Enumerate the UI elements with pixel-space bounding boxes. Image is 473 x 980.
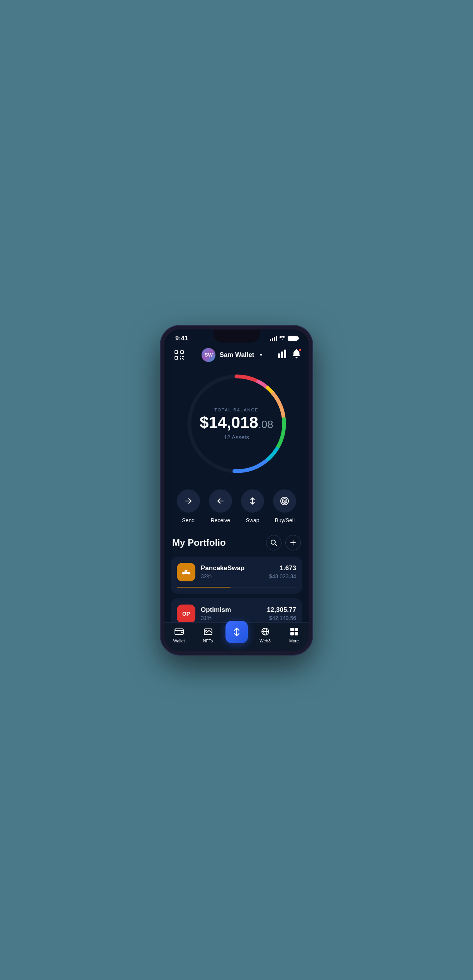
nav-wallet[interactable]: Wallet (168, 627, 191, 643)
battery-icon (288, 336, 298, 341)
pancakeswap-fill (177, 587, 231, 588)
nav-more[interactable]: More (283, 627, 306, 643)
wallet-icon (174, 627, 184, 637)
notification-dot (298, 348, 302, 352)
pancakeswap-track (177, 587, 296, 588)
optimism-usd: $42,149.56 (267, 615, 296, 621)
signal-bar-3 (274, 337, 275, 341)
balance-amount: $14,018.08 (200, 414, 273, 430)
balance-whole: $14,018 (200, 413, 258, 431)
optimism-info: Optimism 31% (201, 606, 261, 621)
wifi-icon (279, 335, 285, 341)
balance-label: TOTAL BALANCE (200, 407, 273, 412)
nav-nfts-label: NFTs (203, 639, 213, 643)
portfolio-actions (266, 535, 301, 550)
swap-button[interactable]: Swap (241, 489, 264, 523)
svg-rect-0 (175, 351, 178, 353)
swap-label: Swap (246, 517, 259, 523)
optimism-percent: 31% (201, 615, 261, 621)
receive-label: Receive (211, 517, 231, 523)
balance-decimal: .08 (258, 418, 273, 430)
svg-rect-2 (175, 357, 178, 359)
svg-line-6 (182, 358, 183, 359)
svg-point-30 (187, 572, 190, 574)
svg-rect-9 (284, 350, 286, 358)
asset-row-pancakeswap: PancakeSwap 32% 1.673 $43,023.34 (177, 563, 296, 581)
optimism-amount: 12,305.77 (267, 606, 296, 614)
optimism-name: Optimism (201, 606, 261, 614)
pancakeswap-amount: 1.673 (269, 564, 296, 572)
portfolio-title: My Portfolio (172, 537, 226, 548)
buysell-icon-circle: $ (273, 489, 296, 513)
notification-bell-icon[interactable] (292, 349, 301, 360)
status-icons (270, 335, 298, 341)
chart-icon[interactable] (278, 350, 287, 360)
action-buttons: Send Receive (164, 486, 309, 535)
send-button[interactable]: Send (177, 489, 200, 523)
donut-center: TOTAL BALANCE $14,018.08 12 Assets (200, 407, 273, 440)
nfts-icon (203, 627, 213, 637)
receive-button[interactable]: Receive (209, 489, 232, 523)
send-icon-circle (177, 489, 200, 513)
wallet-selector[interactable]: SW Sam Wallet ▾ (202, 348, 262, 362)
pancakeswap-usd: $43,023.34 (269, 573, 296, 579)
main-content[interactable]: SW Sam Wallet ▾ (164, 342, 309, 651)
svg-rect-43 (290, 632, 294, 635)
svg-rect-42 (295, 628, 298, 631)
svg-point-29 (182, 572, 185, 574)
asset-row-optimism: OP Optimism 31% 12,305.77 $42,149.56 (177, 605, 296, 623)
portfolio-section: My Portfolio (164, 535, 309, 629)
web3-icon (260, 627, 270, 637)
svg-rect-34 (181, 632, 183, 633)
pancakeswap-percent: 32% (201, 573, 264, 579)
avatar: SW (202, 348, 215, 362)
portfolio-header: My Portfolio (171, 535, 302, 550)
svg-point-31 (185, 571, 186, 572)
svg-rect-1 (181, 351, 183, 353)
nav-center-swap-button[interactable] (225, 621, 248, 643)
nav-web3-label: Web3 (259, 639, 271, 643)
pancakeswap-logo (177, 563, 195, 581)
svg-rect-41 (290, 628, 294, 631)
wallet-name: Sam Wallet (219, 351, 254, 359)
signal-bar-2 (272, 338, 273, 341)
nav-nfts[interactable]: NFTs (197, 627, 220, 643)
battery-fill (288, 336, 297, 340)
receive-icon-circle (209, 489, 232, 513)
signal-bar-4 (276, 336, 277, 341)
asset-card-pancakeswap[interactable]: PancakeSwap 32% 1.673 $43,023.34 (171, 557, 302, 594)
bottom-nav: Wallet NFTs (164, 622, 309, 651)
pancakeswap-info: PancakeSwap 32% (201, 564, 264, 579)
scan-icon[interactable] (172, 348, 186, 362)
nav-more-label: More (289, 639, 299, 643)
buysell-button[interactable]: $ Buy/Sell (273, 489, 296, 523)
signal-bar-1 (270, 339, 271, 341)
svg-point-36 (205, 630, 207, 631)
svg-rect-8 (281, 352, 283, 358)
nav-web3[interactable]: Web3 (254, 627, 277, 643)
nav-wallet-label: Wallet (173, 639, 185, 643)
svg-text:$: $ (283, 499, 286, 504)
chevron-down-icon: ▾ (260, 352, 262, 358)
header-left (172, 348, 186, 362)
chart-section: TOTAL BALANCE $14,018.08 12 Assets (164, 366, 309, 486)
header-right (278, 349, 301, 360)
header: SW Sam Wallet ▾ (164, 342, 309, 366)
more-icon (289, 627, 299, 637)
phone-frame: 9:41 (161, 326, 312, 655)
notch (214, 329, 260, 343)
pancakeswap-progress (177, 587, 296, 588)
svg-rect-7 (278, 353, 280, 358)
pancakeswap-name: PancakeSwap (201, 564, 264, 572)
signal-bars-icon (270, 336, 277, 341)
status-time: 9:41 (175, 335, 188, 342)
send-label: Send (182, 517, 195, 523)
optimism-values: 12,305.77 $42,149.56 (267, 606, 296, 621)
swap-icon-circle (241, 489, 264, 513)
svg-rect-44 (295, 632, 298, 635)
pancakeswap-values: 1.673 $43,023.34 (269, 564, 296, 579)
portfolio-search-button[interactable] (266, 535, 281, 550)
portfolio-add-button[interactable] (285, 535, 301, 550)
balance-assets: 12 Assets (200, 433, 273, 440)
buysell-label: Buy/Sell (275, 517, 295, 523)
